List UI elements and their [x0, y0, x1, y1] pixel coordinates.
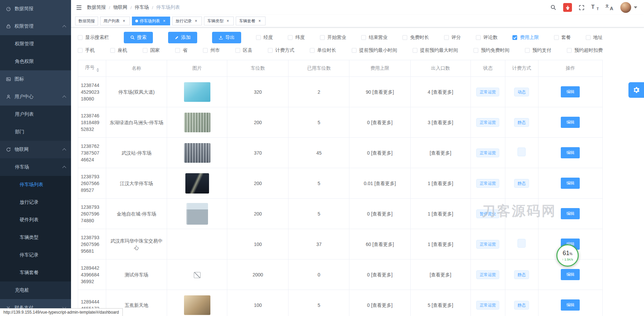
sidebar-item-icons[interactable]: 图标	[0, 70, 71, 88]
tab-vehicle-type[interactable]: 车辆类型 ×	[204, 17, 234, 25]
checkbox-box	[413, 48, 417, 53]
breadcrumb-item[interactable]: 停车场	[135, 4, 149, 10]
fee-more-link[interactable]: 0 [查看更多]	[349, 138, 410, 168]
edit-button[interactable]: 编辑	[561, 86, 580, 97]
sidebar-item-parking-records[interactable]: 停车记录	[0, 246, 71, 264]
tab-vehicle-package[interactable]: 车辆套餐 ×	[236, 17, 266, 25]
sidebar-item-hardware-list[interactable]: 硬件列表	[0, 211, 71, 229]
fee-more-link[interactable]: 0 [查看更多]	[349, 199, 410, 229]
tab-data-brief[interactable]: 数据简报	[75, 17, 98, 25]
font-size-icon[interactable]	[591, 4, 599, 11]
filter-checkbox-reserve-free-time[interactable]: 预约免费时间	[474, 47, 509, 53]
checkbox-box	[320, 35, 325, 40]
sidebar-item-vehicle-type[interactable]: 车辆类型	[0, 229, 71, 246]
sidebar-item-data-brief[interactable]: 数据简报	[0, 0, 71, 18]
sidebar-item-parking-list[interactable]: 停车场列表	[0, 176, 71, 194]
filter-checkbox-landline[interactable]: 座机	[110, 47, 127, 53]
sidebar-item-department[interactable]: 部门	[0, 123, 71, 141]
sidebar-item-user-list[interactable]: 用户列表	[0, 106, 71, 123]
edit-button[interactable]: 编辑	[561, 269, 580, 280]
fee-more-link[interactable]: 60 [查看更多]	[349, 229, 410, 259]
gates-more-link[interactable]: 1 [查看更多]	[410, 199, 470, 229]
gates-more-link[interactable]: 4 [查看更多]	[410, 77, 470, 107]
sidebar-item-role-permission[interactable]: 角色权限	[0, 53, 71, 70]
user-menu[interactable]	[620, 2, 637, 13]
sidebar-item-permission-management[interactable]: 权限管理	[0, 35, 71, 53]
settings-panel-button[interactable]	[628, 82, 644, 98]
close-icon[interactable]: ×	[225, 19, 230, 24]
filter-checkbox-reserve-overtime-fee[interactable]: 预约超时扣费	[567, 47, 603, 53]
edit-button[interactable]: 编辑	[561, 147, 580, 158]
filter-checkbox-max-reserve-time[interactable]: 提前预约最大时间	[413, 47, 458, 53]
hamburger-icon[interactable]	[71, 4, 87, 11]
gates-more-link[interactable]: 1 [查看更多]	[410, 168, 470, 199]
filter-checkbox-close-time[interactable]: 结束营业	[361, 35, 388, 41]
sidebar-item-pass-records[interactable]: 放行记录	[0, 194, 71, 211]
gates-more-link[interactable]: 5 [查看更多]	[410, 290, 470, 316]
tab-user-list[interactable]: 用户列表 ×	[100, 17, 130, 25]
close-icon[interactable]: ×	[121, 19, 127, 24]
filter-checkbox-billing-mode[interactable]: 计费方式	[268, 47, 294, 53]
sidebar-item-user-center[interactable]: 用户中心	[0, 88, 71, 106]
filter-checkbox-free-duration[interactable]: 免费时长	[402, 35, 429, 41]
tab-pass-records[interactable]: 放行记录 ×	[172, 17, 202, 25]
filter-checkbox-open-time[interactable]: 开始营业	[320, 35, 346, 41]
export-button[interactable]: 导出	[212, 32, 241, 43]
status-badge: 正常运营	[476, 270, 499, 279]
gates-more-link[interactable]: 3 [查看更多]	[410, 107, 470, 138]
billing-badge: 静态	[514, 301, 529, 310]
gates-more-link[interactable]: [查看更多]	[410, 259, 470, 290]
tab-parking-list[interactable]: 停车场列表 ×	[132, 17, 170, 25]
add-button[interactable]: 添加	[168, 32, 197, 43]
sidebar-item-parking-lot[interactable]: 停车场	[0, 158, 71, 176]
fee-more-link[interactable]: 90 [查看更多]	[349, 77, 410, 107]
col-index[interactable]: 序号	[78, 60, 106, 77]
sidebar-item-charging-pile[interactable]: 充电桩	[0, 281, 71, 299]
filter-checkbox-rating[interactable]: 评分	[444, 35, 461, 41]
search-icon[interactable]	[550, 4, 556, 10]
filter-checkbox-mobile[interactable]: 手机	[78, 47, 95, 53]
filter-checkbox-district[interactable]: 区县	[235, 47, 252, 53]
search-button[interactable]: 搜索	[124, 32, 153, 43]
filter-checkbox-reserve-pay[interactable]: 预约支付	[525, 47, 551, 53]
close-icon[interactable]: ×	[257, 19, 262, 24]
edit-button[interactable]: 编辑	[561, 299, 580, 311]
show-search-checkbox[interactable]: 显示搜索栏	[78, 35, 109, 41]
edit-button[interactable]: 编辑	[561, 208, 580, 219]
filter-checkbox-country[interactable]: 国家	[143, 47, 160, 53]
filter-checkbox-package[interactable]: 套餐	[554, 35, 571, 41]
close-icon[interactable]: ×	[162, 19, 167, 24]
filter-checkbox-province[interactable]: 省	[175, 47, 187, 53]
network-speed-badge[interactable]: 61% ↑ 1.5K/s	[556, 244, 579, 267]
breadcrumb-item[interactable]: 数据简报	[87, 4, 106, 10]
sidebar-item-vehicle-package[interactable]: 车辆套餐	[0, 264, 71, 281]
fee-more-link[interactable]: 0 [查看更多]	[349, 259, 410, 290]
fee-more-link[interactable]: 0.01 [查看更多]	[349, 168, 410, 199]
fullscreen-icon[interactable]	[579, 5, 584, 10]
billing-badge: 静态	[514, 179, 529, 188]
error-log-icon[interactable]	[563, 3, 572, 12]
parking-photo	[185, 173, 209, 194]
edit-button[interactable]: 编辑	[561, 178, 580, 189]
gates-more-link[interactable]: [查看更多]	[410, 138, 470, 168]
filter-checkbox-unit-duration[interactable]: 单位时长	[310, 47, 336, 53]
breadcrumb-item[interactable]: 物联网	[113, 4, 128, 10]
sort-icons[interactable]	[96, 68, 99, 72]
fee-more-link[interactable]: 0 [查看更多]	[349, 107, 410, 138]
language-icon[interactable]	[605, 4, 614, 11]
close-icon[interactable]: ×	[193, 19, 199, 24]
filter-checkbox-fee-limit[interactable]: 费用上限	[512, 35, 539, 41]
gates-more-link[interactable]: 1 [查看更多]	[410, 229, 470, 259]
filter-checkbox-min-reserve-time[interactable]: 提前预约最小时间	[352, 47, 397, 53]
sidebar-item-permission-group[interactable]: 权限管理	[0, 18, 71, 35]
filter-checkbox-latitude[interactable]: 纬度	[288, 35, 305, 41]
sidebar-item-iot[interactable]: 物联网	[0, 141, 71, 158]
edit-button[interactable]: 编辑	[561, 117, 580, 128]
status-badge: 正常运营	[476, 149, 499, 157]
filter-checkbox-comments[interactable]: 评论数	[476, 35, 498, 41]
filter-checkbox-city[interactable]: 州市	[203, 47, 220, 53]
fee-more-link[interactable]: 0 [查看更多]	[349, 290, 410, 316]
filter-checkbox-longitude[interactable]: 经度	[256, 35, 273, 41]
avatar[interactable]	[620, 2, 631, 13]
filter-checkbox-address[interactable]: 地址	[586, 35, 603, 41]
